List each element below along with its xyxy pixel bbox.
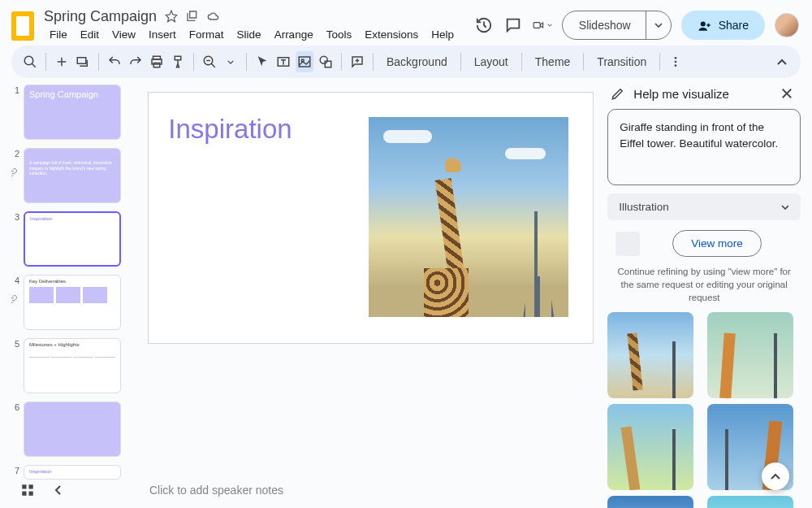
slide-number: 5 (11, 338, 19, 393)
menu-arrange[interactable]: Arrange (269, 26, 319, 43)
zoom-icon[interactable] (201, 51, 218, 72)
menu-help[interactable]: Help (425, 26, 460, 43)
share-button[interactable]: Share (681, 11, 765, 40)
svg-point-2 (24, 56, 33, 65)
comment-icon[interactable] (503, 15, 523, 35)
image-icon[interactable] (296, 51, 313, 72)
svg-rect-17 (29, 484, 33, 488)
slide-number: 6 (11, 402, 19, 457)
link-icon (11, 294, 18, 304)
generated-image[interactable] (607, 496, 693, 508)
redo-icon[interactable] (127, 51, 145, 72)
share-label: Share (719, 19, 749, 32)
slide-thumb-2[interactable]: A campaign full of fresh, whimsical, ill… (24, 148, 121, 203)
transition-button[interactable]: Transition (590, 55, 653, 68)
ai-style-select[interactable]: Illustration (607, 193, 801, 220)
comment-add-icon[interactable] (348, 51, 366, 72)
style-preview-chip[interactable] (615, 232, 640, 256)
svg-rect-18 (22, 492, 26, 496)
generated-image[interactable] (607, 404, 693, 490)
svg-point-14 (675, 61, 677, 63)
slide-thumb-5[interactable]: Milestones + Highlights (24, 338, 121, 393)
search-icon[interactable] (21, 51, 39, 72)
menu-extensions[interactable]: Extensions (359, 26, 424, 43)
cloud-icon[interactable] (207, 10, 220, 23)
svg-rect-3 (77, 58, 86, 64)
menu-format[interactable]: Format (184, 26, 230, 43)
slide-thumb-6[interactable] (24, 402, 121, 457)
avatar[interactable] (775, 13, 799, 37)
theme-button[interactable]: Theme (529, 55, 577, 68)
main-toolbar: Background Layout Theme Transition (11, 46, 801, 78)
generated-image[interactable] (707, 496, 793, 508)
slide-thumb-3[interactable]: Inspiration (24, 211, 121, 267)
collapse-filmstrip-icon[interactable] (45, 484, 71, 496)
slide-canvas[interactable]: Inspiration (149, 93, 593, 343)
meet-button[interactable] (533, 15, 552, 35)
slideshow-dropdown[interactable] (646, 11, 671, 39)
layout-button[interactable]: Layout (468, 55, 515, 68)
generated-image[interactable] (707, 312, 793, 398)
menu-insert[interactable]: Insert (143, 26, 182, 43)
canvas-area: Inspiration (134, 85, 607, 508)
new-slide-icon[interactable] (53, 51, 71, 72)
star-icon[interactable] (165, 10, 178, 23)
svg-rect-0 (533, 23, 540, 28)
menu-edit[interactable]: Edit (75, 26, 105, 43)
chevron-down-icon (781, 205, 789, 210)
menu-file[interactable]: File (44, 26, 73, 43)
slide-thumb-4[interactable]: Key Deliverables (24, 275, 121, 330)
slideshow-label[interactable]: Slideshow (563, 11, 646, 39)
slide-filmstrip[interactable]: 1 Spring Campaign 2 A campaign full of f… (11, 85, 134, 508)
textbox-icon[interactable] (274, 51, 292, 72)
slide-number: 4 (11, 275, 19, 330)
svg-rect-12 (325, 61, 331, 67)
more-icon[interactable] (667, 51, 685, 72)
collapse-toolbar-icon[interactable] (773, 51, 791, 72)
menu-bar: File Edit View Insert Format Slide Arran… (44, 26, 474, 43)
svg-point-1 (700, 22, 705, 27)
ai-prompt-input[interactable]: Giraffe standing in front of the Eiffel … (607, 109, 801, 185)
generated-image[interactable] (607, 312, 693, 398)
slideshow-button[interactable]: Slideshow (562, 11, 672, 40)
ai-panel-title: Help me visualize (633, 87, 771, 101)
print-icon[interactable] (148, 51, 166, 72)
ai-hint-text: Continue refining by using "view more" f… (607, 265, 801, 312)
shape-icon[interactable] (317, 51, 335, 72)
grid-view-icon[interactable] (10, 472, 45, 508)
undo-icon[interactable] (106, 51, 123, 72)
speaker-notes-input[interactable]: Click to add speaker notes (71, 484, 601, 497)
pencil-icon (611, 86, 625, 101)
new-slide-layout-icon[interactable] (74, 51, 92, 72)
canvas-generated-image[interactable] (369, 117, 568, 317)
slide-number: 1 (11, 85, 19, 140)
svg-rect-19 (29, 492, 33, 496)
move-icon[interactable] (186, 10, 199, 23)
link-icon (11, 167, 18, 177)
slide-number: 3 (11, 211, 19, 267)
view-more-button[interactable]: View more (672, 230, 762, 257)
slides-app-icon[interactable] (11, 11, 34, 41)
explore-fab[interactable] (762, 462, 789, 490)
ai-style-value: Illustration (619, 201, 669, 213)
history-icon[interactable] (474, 15, 494, 35)
background-button[interactable]: Background (380, 55, 454, 68)
svg-point-15 (675, 64, 677, 67)
slide-thumb-1[interactable]: Spring Campaign (24, 85, 121, 140)
svg-point-13 (675, 57, 677, 59)
menu-view[interactable]: View (106, 26, 141, 43)
zoom-dropdown-icon[interactable] (222, 51, 240, 72)
close-icon[interactable] (780, 86, 794, 101)
slide-number: 2 (11, 148, 19, 203)
canvas-title-text[interactable]: Inspiration (168, 114, 292, 145)
svg-point-11 (320, 56, 327, 63)
svg-rect-16 (22, 484, 26, 488)
menu-tools[interactable]: Tools (321, 26, 358, 43)
help-me-visualize-panel: Help me visualize Giraffe standing in fr… (607, 85, 812, 508)
select-tool-icon[interactable] (253, 51, 271, 72)
menu-slide[interactable]: Slide (231, 26, 267, 43)
doc-title[interactable]: Spring Campaign (44, 8, 157, 25)
paint-format-icon[interactable] (169, 51, 187, 72)
